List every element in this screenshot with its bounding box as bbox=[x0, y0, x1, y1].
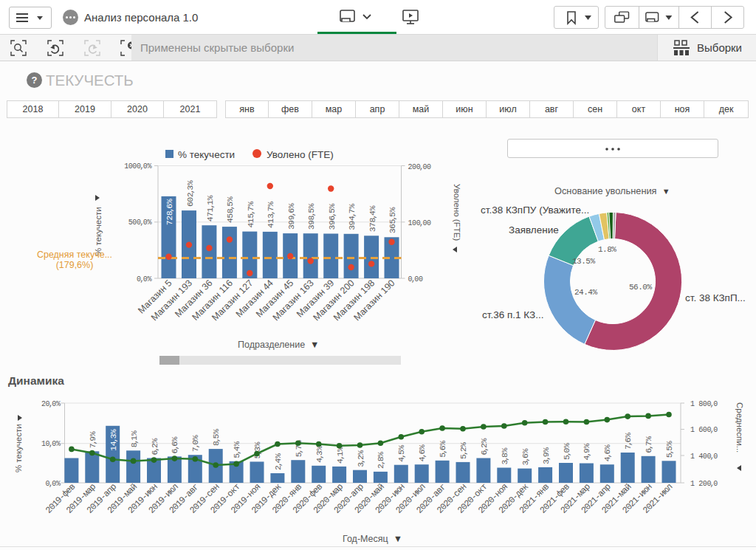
svg-text:8,1%: 8,1% bbox=[129, 430, 139, 447]
svg-text:10,0%: 10,0% bbox=[41, 440, 61, 448]
svg-text:1 800,0: 1 800,0 bbox=[690, 400, 718, 408]
svg-text:4,6%: 4,6% bbox=[602, 444, 612, 461]
svg-text:2,4%: 2,4% bbox=[273, 453, 283, 470]
svg-text:5,6%: 5,6% bbox=[438, 441, 447, 458]
svg-text:1 200,0: 1 200,0 bbox=[690, 480, 718, 488]
svg-text:4,5%: 4,5% bbox=[396, 445, 406, 462]
svg-text:20,0%: 20,0% bbox=[41, 400, 61, 408]
svg-text:6,2%: 6,2% bbox=[150, 438, 159, 455]
svg-text:4,1%: 4,1% bbox=[335, 447, 345, 464]
svg-text:6,2%: 6,2% bbox=[479, 438, 489, 455]
svg-text:5,4%: 5,4% bbox=[232, 441, 241, 458]
svg-text:0,0%: 0,0% bbox=[45, 480, 60, 488]
svg-text:6,6%: 6,6% bbox=[170, 436, 179, 453]
svg-text:7,6%: 7,6% bbox=[623, 433, 633, 450]
svg-text:4,3%: 4,3% bbox=[315, 446, 324, 463]
svg-text:5,5%: 5,5% bbox=[664, 441, 674, 458]
svg-text:4,9%: 4,9% bbox=[582, 443, 591, 460]
svg-text:3,6%: 3,6% bbox=[520, 449, 530, 466]
svg-text:1 400,0: 1 400,0 bbox=[690, 453, 718, 461]
svg-text:14,3%: 14,3% bbox=[109, 429, 118, 450]
svg-text:1 600,0: 1 600,0 bbox=[690, 426, 718, 434]
svg-text:5,2%: 5,2% bbox=[458, 442, 468, 459]
svg-text:6,7%: 6,7% bbox=[644, 436, 653, 453]
svg-text:3,2%: 3,2% bbox=[356, 450, 365, 467]
svg-text:3,8%: 3,8% bbox=[500, 447, 509, 464]
svg-text:7,0%: 7,0% bbox=[190, 435, 200, 452]
svg-text:3,9%: 3,9% bbox=[541, 447, 551, 464]
svg-text:2,8%: 2,8% bbox=[376, 452, 385, 469]
svg-text:7,9%: 7,9% bbox=[88, 431, 97, 448]
svg-text:4,6%: 4,6% bbox=[417, 444, 427, 461]
svg-text:5,0%: 5,0% bbox=[562, 443, 571, 460]
svg-text:8,5%: 8,5% bbox=[211, 429, 221, 446]
